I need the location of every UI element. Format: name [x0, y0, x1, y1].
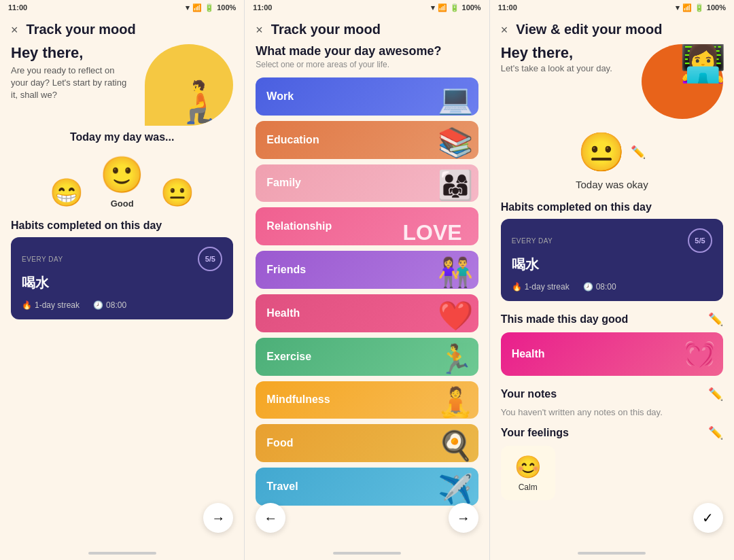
battery-pct-3: 100% — [707, 3, 726, 12]
bottom-bar-1 — [88, 552, 156, 555]
hero-figure-1: 🧎 — [175, 77, 226, 126]
screen2-question-section: What made your day awesome? Select one o… — [245, 44, 489, 72]
nav-back-btn-2[interactable]: ← — [256, 503, 285, 533]
emoji-good-label: Good — [111, 198, 134, 209]
habit-card-3: EVERY DAY 5/5 喝水 🔥 1-day streak 🕗 08:00 — [501, 219, 723, 301]
area-education-icon: 📚 — [438, 126, 473, 159]
habit-footer-3: 🔥 1-day streak 🕗 08:00 — [512, 282, 712, 292]
area-relationship-icon: LOVE — [403, 220, 462, 245]
battery-icon-3: 🔋 — [695, 3, 704, 12]
area-friends-icon: 👫 — [438, 256, 473, 289]
area-exercise[interactable]: Exercise 🏃 — [256, 338, 478, 376]
habit-every-day-1: EVERY DAY — [22, 256, 63, 263]
habits-title-3: Habits completed on this day — [501, 201, 652, 213]
screen2-subtitle: Select one or more areas of your life. — [256, 60, 478, 69]
emoji-good-icon: 🙂 — [100, 154, 144, 196]
feeling-card: 😊 Calm — [501, 446, 555, 500]
close-button-3[interactable]: × — [501, 24, 508, 36]
signal-icon-2: 📶 — [438, 3, 447, 12]
mood-emoji-row: 😐 ✏️ — [578, 130, 646, 175]
emoji-great[interactable]: 😁 — [50, 177, 84, 209]
habit-footer-1: 🔥 1-day streak 🕗 08:00 — [22, 300, 222, 310]
header-title-3: View & edit your mood — [516, 22, 662, 37]
signal-icon: 📶 — [192, 3, 202, 12]
area-health-icon: ❤️ — [438, 299, 473, 332]
time-3: 11:00 — [498, 3, 517, 12]
area-exercise-label: Exercise — [266, 351, 311, 363]
good-section-row: This made this day good ✏️ — [501, 312, 723, 327]
battery-pct-1: 100% — [217, 3, 236, 12]
wifi-icon-3: ▾ — [676, 3, 680, 12]
feeling-label: Calm — [519, 483, 538, 492]
mood-display: 😐 ✏️ Today was okay — [501, 130, 723, 190]
screen-2: 11:00 ▾ 📶 🔋 100% × Track your mood What … — [245, 0, 489, 560]
emoji-okay[interactable]: 😐 — [160, 177, 194, 209]
greeting-1: Hey there, — [11, 44, 133, 62]
habit-every-day-3: EVERY DAY — [512, 237, 553, 245]
mood-edit-btn[interactable]: ✏️ — [631, 145, 646, 160]
area-work-label: Work — [266, 90, 294, 103]
status-icons-2: ▾ 📶 🔋 100% — [431, 3, 481, 12]
status-bar-3: 11:00 ▾ 📶 🔋 100% — [490, 0, 734, 15]
area-work[interactable]: Work 💻 — [256, 77, 478, 116]
hero-text-1: Hey there, Are you ready to reflect on y… — [11, 44, 133, 102]
s3-greeting: Hey there, — [501, 44, 612, 62]
area-food-icon: 🍳 — [438, 429, 473, 462]
header-2: × Track your mood — [245, 15, 489, 44]
s3-hero: Hey there, Let's take a look at your day… — [501, 44, 723, 119]
area-mindfulness-label: Mindfulness — [266, 393, 330, 406]
check-button-3[interactable]: ✓ — [693, 503, 723, 533]
day-label: Today my day was... — [11, 131, 233, 143]
areas-list: Work 💻 Education 📚 Family 👨‍👩‍👧 Relation… — [245, 72, 489, 511]
area-mindfulness[interactable]: Mindfulness 🧘 — [256, 381, 478, 419]
time-1: 11:00 — [8, 3, 27, 12]
battery-pct-2: 100% — [462, 3, 481, 12]
wifi-icon: ▾ — [186, 3, 190, 12]
s3-illustration-icon: 👩‍💻 — [680, 44, 727, 85]
feelings-edit-btn[interactable]: ✏️ — [708, 425, 723, 440]
nav-forward-btn-2[interactable]: → — [449, 503, 478, 533]
feelings-title: Your feelings — [501, 427, 569, 439]
health-label: Health — [512, 348, 545, 360]
close-button-2[interactable]: × — [256, 24, 263, 36]
area-travel[interactable]: Travel ✈️ — [256, 468, 478, 506]
notes-section: Your notes ✏️ You haven't written any no… — [501, 387, 723, 417]
bottom-bar-3 — [578, 552, 646, 555]
area-health[interactable]: Health ❤️ — [256, 294, 478, 332]
time-2: 11:00 — [253, 3, 272, 12]
area-family-icon: 👨‍👩‍👧 — [438, 169, 473, 202]
s3-illustration: 👩‍💻 — [642, 44, 723, 119]
area-family[interactable]: Family 👨‍👩‍👧 — [256, 164, 478, 203]
habit-header-3: EVERY DAY 5/5 — [512, 228, 712, 253]
screen3-body: Hey there, Let's take a look at your day… — [490, 44, 734, 511]
hero-illustration-1: 🧎 — [145, 44, 233, 126]
area-mindfulness-icon: 🧘 — [438, 385, 473, 419]
good-edit-btn[interactable]: ✏️ — [708, 312, 723, 327]
habit-name-1: 喝水 — [22, 274, 222, 292]
habits-title-1: Habits completed on this day — [11, 220, 233, 232]
status-bar-2: 11:00 ▾ 📶 🔋 100% — [245, 0, 489, 15]
close-button-1[interactable]: × — [11, 24, 18, 36]
nav-forward-btn-1[interactable]: → — [203, 503, 233, 533]
header-1: × Track your mood — [0, 15, 244, 44]
wifi-icon-2: ▾ — [431, 3, 435, 12]
habit-streak-3: 🔥 1-day streak — [512, 282, 570, 292]
header-title-1: Track your mood — [27, 22, 136, 37]
notes-edit-btn[interactable]: ✏️ — [708, 387, 723, 402]
s3-subtitle: Let's take a look at your day. — [501, 63, 612, 73]
area-food[interactable]: Food 🍳 — [256, 424, 478, 462]
area-health-label: Health — [266, 307, 300, 319]
habits-section-row-3: Habits completed on this day — [501, 201, 723, 213]
feeling-emoji: 😊 — [514, 454, 542, 480]
emoji-good[interactable]: 🙂 Good — [100, 154, 144, 209]
area-relationship[interactable]: Relationship LOVE — [256, 207, 478, 245]
area-education[interactable]: Education 📚 — [256, 121, 478, 159]
health-card-icon: 💓 — [684, 340, 715, 368]
habit-name-3: 喝水 — [512, 256, 712, 274]
area-friends[interactable]: Friends 👫 — [256, 251, 478, 289]
area-food-label: Food — [266, 437, 293, 449]
subtitle-1: Are you ready to reflect on your day? Le… — [11, 65, 133, 102]
area-work-icon: 💻 — [438, 82, 473, 116]
feelings-section-row: Your feelings ✏️ — [501, 425, 723, 440]
screen-3: 11:00 ▾ 📶 🔋 100% × View & edit your mood… — [490, 0, 734, 560]
